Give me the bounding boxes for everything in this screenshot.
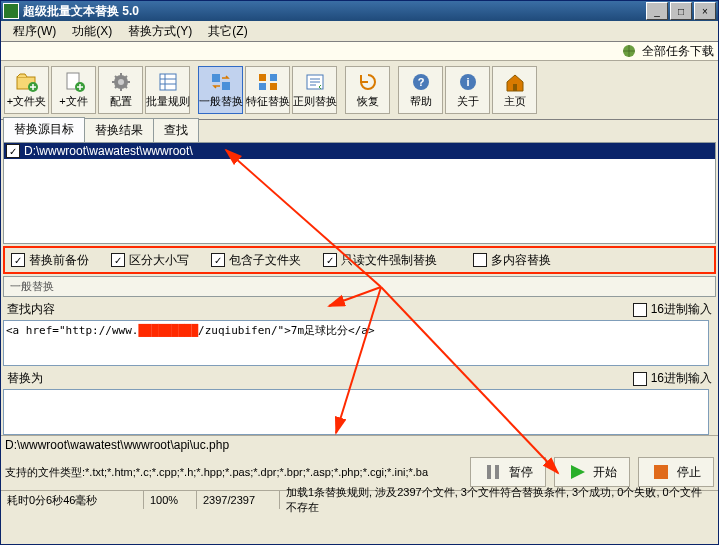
minimize-button[interactable]: _ (646, 2, 668, 20)
svg-text:i: i (466, 76, 469, 88)
path-row[interactable]: ✓ D:\wwwroot\wawatest\wwwroot\ (4, 143, 715, 159)
menu-function[interactable]: 功能(X) (64, 23, 120, 40)
current-file-path: D:\wwwroot\wawatest\wwwroot\api\uc.php (1, 435, 718, 454)
help-button[interactable]: ?帮助 (398, 66, 443, 114)
find-textarea[interactable]: <a href="http://www.█████████/zuqiubifen… (3, 320, 709, 366)
status-elapsed: 耗时0分6秒46毫秒 (1, 491, 144, 509)
add-folder-button[interactable]: +文件夹 (4, 66, 49, 114)
svg-rect-9 (222, 82, 230, 90)
opt-multi[interactable]: 多内容替换 (473, 252, 551, 269)
path-text: D:\wwwroot\wawatest\wwwroot\ (24, 144, 193, 158)
supported-filetypes: 支持的文件类型:*.txt;*.htm;*.c;*.cpp;*.h;*.hpp;… (5, 465, 462, 480)
options-bar: ✓替换前备份 ✓区分大小写 ✓包含子文件夹 ✓只读文件强制替换 多内容替换 (3, 246, 716, 274)
feature-replace-button[interactable]: 特征替换 (245, 66, 290, 114)
svg-text:?: ? (417, 76, 424, 88)
svg-rect-7 (160, 74, 176, 90)
replace-label: 替换为 (7, 370, 633, 387)
add-file-button[interactable]: +文件 (51, 66, 96, 114)
replace-textarea[interactable] (3, 389, 709, 435)
svg-point-6 (118, 79, 124, 85)
status-progress: 100% (144, 491, 197, 509)
svg-rect-21 (495, 465, 499, 479)
window-title: 超级批量文本替换 5.0 (23, 3, 646, 20)
svg-rect-19 (513, 84, 517, 91)
about-button[interactable]: i关于 (445, 66, 490, 114)
path-list[interactable]: ✓ D:\wwwroot\wawatest\wwwroot\ (4, 143, 715, 243)
svg-rect-20 (487, 465, 491, 479)
tab-source[interactable]: 替换源目标 (3, 117, 85, 142)
status-count: 2397/2397 (197, 491, 280, 509)
stop-button[interactable]: 停止 (638, 457, 714, 487)
hex-input-find[interactable]: 16进制输入 (633, 301, 712, 318)
start-button[interactable]: 开始 (554, 457, 630, 487)
section-general: 一般替换 (3, 276, 716, 297)
svg-rect-11 (270, 74, 277, 81)
opt-subfolder[interactable]: ✓包含子文件夹 (211, 252, 301, 269)
svg-rect-8 (212, 74, 220, 82)
path-checkbox[interactable]: ✓ (6, 144, 20, 158)
maximize-button[interactable]: □ (670, 2, 692, 20)
regex-replace-button[interactable]: 正则替换 (292, 66, 337, 114)
svg-rect-12 (259, 83, 266, 90)
app-icon (3, 3, 19, 19)
menu-replace-mode[interactable]: 替换方式(Y) (120, 23, 200, 40)
opt-readonly[interactable]: ✓只读文件强制替换 (323, 252, 437, 269)
opt-backup[interactable]: ✓替换前备份 (11, 252, 89, 269)
config-button[interactable]: 配置 (98, 66, 143, 114)
general-replace-button[interactable]: 一般替换 (198, 66, 243, 114)
find-label: 查找内容 (7, 301, 633, 318)
svg-rect-22 (654, 465, 668, 479)
pause-button[interactable]: 暂停 (470, 457, 546, 487)
status-summary: 加载1条替换规则, 涉及2397个文件, 3个文件符合替换条件, 3个成功, 0… (280, 491, 718, 509)
download-all-label[interactable]: 全部任务下载 (642, 43, 714, 60)
source-panel: ✓ D:\wwwroot\wawatest\wwwroot\ (3, 142, 716, 244)
menu-other[interactable]: 其它(Z) (200, 23, 255, 40)
tab-result[interactable]: 替换结果 (84, 118, 154, 142)
home-button[interactable]: 主页 (492, 66, 537, 114)
tab-find[interactable]: 查找 (153, 118, 199, 142)
close-button[interactable]: × (694, 2, 716, 20)
svg-rect-10 (259, 74, 266, 81)
opt-case[interactable]: ✓区分大小写 (111, 252, 189, 269)
batch-rules-button[interactable]: 批量规则 (145, 66, 190, 114)
hex-input-replace[interactable]: 16进制输入 (633, 370, 712, 387)
menu-program[interactable]: 程序(W) (5, 23, 64, 40)
restore-button[interactable]: 恢复 (345, 66, 390, 114)
globe-icon (620, 44, 638, 58)
svg-rect-13 (270, 83, 277, 90)
